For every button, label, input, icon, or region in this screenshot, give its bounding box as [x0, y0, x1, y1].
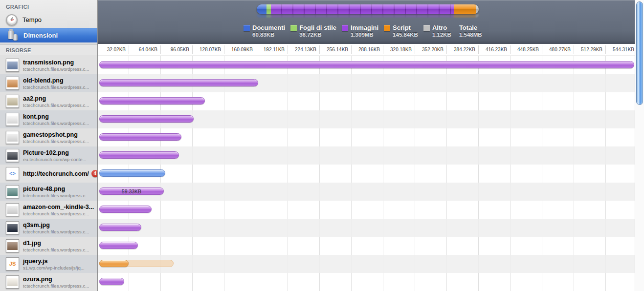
- legend-text: Script145.84KB: [393, 24, 418, 38]
- legend-value: 36.72KB: [299, 32, 336, 38]
- chart-row[interactable]: [98, 255, 635, 273]
- resource-row[interactable]: ozura.pngtctechcrunch.files.wordpress.c.…: [0, 273, 97, 291]
- sidebar-item-tempo[interactable]: Tempo: [0, 12, 97, 28]
- resource-info: aa2.pngtctechcrunch.files.wordpress.c...: [23, 95, 89, 108]
- immagini-segment: [271, 14, 454, 18]
- sidebar-item-label: Dimensioni: [23, 32, 58, 39]
- resource-row[interactable]: JSjquery.jss1.wp.com/wp-includes/js/jq..…: [0, 255, 97, 273]
- resource-row[interactable]: q3sm.jpgtctechcrunch.files.wordpress.c..…: [0, 219, 97, 237]
- legend-swatch: [244, 25, 250, 31]
- charts-section: GRAFICI Tempo Dimensioni: [0, 0, 97, 44]
- chart-row[interactable]: [98, 74, 635, 92]
- image-thumbnail: [6, 185, 19, 198]
- resource-row[interactable]: kont.pngtctechcrunch.files.wordpress.c..…: [0, 110, 97, 128]
- resource-name-row: transmission.png: [23, 59, 89, 66]
- image-thumbnail: [6, 131, 19, 144]
- chart-row[interactable]: [98, 92, 635, 110]
- resource-name: q3sm.jpg: [23, 222, 50, 229]
- thumbnail-image: [7, 242, 18, 250]
- legend-item-documenti: Documenti60.83KB: [244, 24, 285, 38]
- ruler-tick-label: 128.07KB: [187, 44, 221, 56]
- legend-label: Immagini: [351, 24, 378, 31]
- resource-url: tctechcrunch.files.wordpress.c...: [23, 121, 89, 126]
- chart-row[interactable]: [98, 146, 635, 165]
- legend: Documenti60.83KBFogli di stile36.72KBImm…: [244, 24, 482, 38]
- scrollbar-thumb[interactable]: [636, 1, 643, 105]
- legend-text: Immagini1.309MB: [351, 24, 378, 38]
- resource-info: old-blend.pngtctechcrunch.files.wordpres…: [23, 77, 89, 90]
- size-bar-label: 59.33KB: [100, 188, 163, 194]
- size-bar: [99, 79, 258, 86]
- legend-item-altro: Altro1.12KB: [423, 24, 451, 38]
- ruler-tick-label: 480.27KB: [536, 44, 571, 56]
- resource-name: aa2.png: [23, 95, 46, 102]
- resource-name-row: amazon-com_-kindle-3...: [23, 204, 94, 210]
- image-thumbnail: [6, 59, 19, 72]
- thumbnail-image: [7, 62, 18, 69]
- size-bar: [99, 133, 181, 141]
- ruler-tick-label: 32.02KB: [98, 44, 126, 56]
- resource-info: amazon-com_-kindle-3...tctechcrunch.file…: [23, 204, 94, 216]
- resource-row[interactable]: aa2.pngtctechcrunch.files.wordpress.c...: [0, 92, 97, 110]
- resource-row[interactable]: amazon-com_-kindle-3...tctechcrunch.file…: [0, 201, 97, 219]
- resource-url: tctechcrunch.files.wordpress.c...: [23, 229, 89, 234]
- chart-row[interactable]: 59.33KB: [98, 183, 635, 201]
- ruler-tick-label: 512.29KB: [568, 44, 602, 56]
- vertical-scrollbar[interactable]: [635, 0, 644, 291]
- size-bar: [99, 278, 124, 285]
- html-brackets-glyph: <>: [9, 171, 16, 176]
- resource-name: http://techcrunch.com/: [23, 170, 89, 177]
- resource-name-row: q3sm.jpg: [23, 222, 89, 229]
- chart-rows: 59.33KB: [98, 56, 635, 291]
- resources-section-header: RISORSE: [0, 44, 97, 56]
- resource-url: tctechcrunch.files.wordpress.c...: [23, 103, 89, 108]
- chart-row[interactable]: [98, 165, 635, 183]
- chart-row[interactable]: [98, 201, 635, 219]
- legend-label: Fogli di stile: [299, 24, 336, 31]
- resource-row[interactable]: picture-48.pngtctechcrunch.files.wordpre…: [0, 183, 97, 201]
- chart-row[interactable]: [98, 128, 635, 146]
- ruler-tick-label: 224.13KB: [282, 44, 316, 56]
- js-file-icon: JS: [6, 257, 19, 270]
- ruler-tick-label: 64.04KB: [123, 44, 157, 56]
- sidebar-item-dimensioni[interactable]: Dimensioni: [0, 28, 97, 42]
- resource-row[interactable]: old-blend.pngtctechcrunch.files.wordpres…: [0, 74, 97, 92]
- resource-row[interactable]: Picture-102.pngeu.techcrunch.com/wp-cont…: [0, 146, 97, 165]
- chart-row[interactable]: [98, 237, 635, 255]
- resource-list: transmission.pngtctechcrunch.files.wordp…: [0, 56, 97, 291]
- resource-row[interactable]: gamestopshot.pngtctechcrunch.files.wordp…: [0, 128, 97, 146]
- resource-name: ozura.png: [23, 276, 52, 283]
- legend-text: Altro1.12KB: [432, 24, 451, 38]
- chart-row[interactable]: [98, 273, 635, 291]
- ruler-tick-label: 96.05KB: [155, 44, 189, 56]
- resource-url: tctechcrunch.files.wordpress.c...: [23, 247, 89, 252]
- legend-swatch: [290, 25, 297, 31]
- resource-row[interactable]: d1.jpgtctechcrunch.files.wordpress.c...: [0, 237, 97, 255]
- size-ruler: 32.02KB64.04KB96.05KB128.07KB160.09KB192…: [98, 44, 635, 56]
- resource-name-row: http://techcrunch.com/4: [23, 170, 97, 177]
- resource-info: picture-48.pngtctechcrunch.files.wordpre…: [23, 186, 89, 198]
- html-doc-icon: <>: [6, 167, 19, 180]
- resource-row[interactable]: transmission.pngtctechcrunch.files.wordp…: [0, 56, 97, 74]
- chart-row[interactable]: [98, 110, 635, 128]
- image-thumbnail: [6, 149, 19, 162]
- size-bar: [99, 206, 152, 213]
- resource-name: d1.jpg: [23, 240, 41, 247]
- js-glyph: JS: [9, 261, 16, 267]
- size-overview-bar-reflection: [257, 14, 479, 18]
- fogli-di-stile-segment: [266, 14, 271, 18]
- legend-swatch: [384, 25, 390, 31]
- chart-row[interactable]: [98, 56, 635, 74]
- chart-row[interactable]: [98, 219, 635, 237]
- resource-name: amazon-com_-kindle-3...: [23, 204, 94, 210]
- resource-name: kont.png: [23, 113, 49, 120]
- resource-url: eu.techcrunch.com/wp-conte...: [23, 157, 86, 162]
- size-bar: [99, 115, 194, 123]
- legend-label: Documenti: [252, 24, 285, 31]
- legend-item-fogli-di-stile: Fogli di stile36.72KB: [290, 24, 336, 38]
- resource-row[interactable]: <>http://techcrunch.com/4: [0, 165, 97, 183]
- ruler-tick-label: 320.18KB: [378, 44, 412, 56]
- image-thumbnail: [6, 113, 19, 126]
- resource-url: tctechcrunch.files.wordpress.c...: [23, 139, 89, 144]
- resource-url: tctechcrunch.files.wordpress.c...: [23, 193, 89, 198]
